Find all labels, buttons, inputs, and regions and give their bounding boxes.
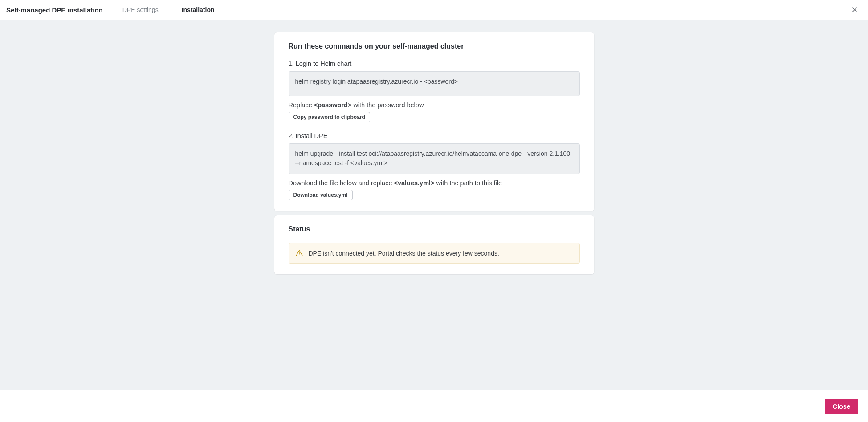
crumb-installation[interactable]: Installation <box>182 6 215 13</box>
close-button[interactable]: Close <box>825 399 859 414</box>
warning-icon <box>295 249 303 257</box>
step-2-helper: Download the file below and replace <val… <box>289 179 580 187</box>
status-message: DPE isn't connected yet. Portal checks t… <box>309 250 499 257</box>
copy-password-button[interactable]: Copy password to clipboard <box>289 112 370 122</box>
step-2-code[interactable]: helm upgrade --install test oci://atapaa… <box>289 143 580 174</box>
svg-rect-1 <box>299 255 299 255</box>
run-commands-card: Run these commands on your self-managed … <box>274 32 594 211</box>
svg-rect-0 <box>299 252 299 254</box>
close-icon[interactable] <box>849 4 860 15</box>
crumb-dpe-settings[interactable]: DPE settings <box>122 6 159 13</box>
step-1-code[interactable]: helm registry login atapaasregistry.azur… <box>289 71 580 96</box>
footer: Close <box>0 390 868 422</box>
step-2-label: 2. Install DPE <box>289 132 580 139</box>
step-1-label: 1. Login to Helm chart <box>289 60 580 67</box>
page-title: Self-managed DPE installation <box>6 6 103 14</box>
download-values-button[interactable]: Download values.yml <box>289 190 353 200</box>
topbar: Self-managed DPE installation DPE settin… <box>0 0 868 20</box>
main-stage: Run these commands on your self-managed … <box>0 20 868 390</box>
crumb-separator <box>166 10 175 10</box>
breadcrumb: DPE settings Installation <box>122 6 215 13</box>
status-title: Status <box>289 225 580 233</box>
step-1-helper: Replace <password> with the password bel… <box>289 101 580 109</box>
status-alert: DPE isn't connected yet. Portal checks t… <box>289 243 580 264</box>
status-card: Status DPE isn't connected yet. Portal c… <box>274 215 594 274</box>
run-commands-title: Run these commands on your self-managed … <box>289 42 580 50</box>
